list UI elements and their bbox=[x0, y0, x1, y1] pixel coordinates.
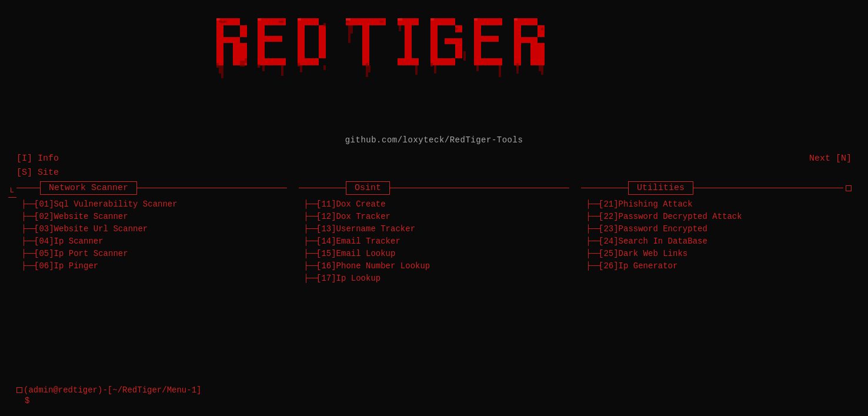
menu-item-23[interactable]: ├──[23] Password Encrypted bbox=[586, 224, 852, 234]
svg-rect-41 bbox=[481, 36, 499, 42]
item-number: [12] bbox=[316, 212, 336, 221]
item-label: Search In DataBase bbox=[619, 237, 707, 246]
menu-item-22[interactable]: ├──[22] Password Decrypted Attack bbox=[586, 212, 852, 221]
svg-rect-37 bbox=[430, 63, 433, 66]
menu-item-13[interactable]: ├──[13] Username Tracker bbox=[303, 224, 569, 234]
svg-rect-64 bbox=[476, 65, 479, 71]
item-label: Sql Vulnerability Scanner bbox=[54, 199, 178, 209]
svg-rect-21 bbox=[298, 63, 300, 66]
item-number: [06] bbox=[34, 261, 54, 271]
svg-rect-74 bbox=[430, 18, 434, 21]
svg-rect-60 bbox=[399, 25, 401, 31]
svg-rect-67 bbox=[539, 65, 541, 71]
svg-rect-43 bbox=[514, 18, 521, 65]
menu-item-14[interactable]: ├──[14] Email Tracker bbox=[303, 237, 569, 246]
panels-container: └ Network Scanner ├──[01] Sql Vulnerabil… bbox=[16, 181, 852, 283]
menu-item-24[interactable]: ├──[24] Search In DataBase bbox=[586, 237, 852, 246]
github-link: github.com/loxyteck/RedTiger-Tools bbox=[0, 135, 868, 145]
svg-rect-22 bbox=[323, 23, 326, 26]
item-label: Email Tracker bbox=[336, 237, 400, 246]
svg-rect-23 bbox=[346, 18, 386, 25]
menu-item-21[interactable]: ├──[21] Phishing Attack bbox=[586, 199, 852, 209]
svg-rect-58 bbox=[366, 65, 368, 77]
nav-info[interactable]: [I] Info bbox=[16, 152, 59, 166]
svg-rect-13 bbox=[265, 36, 282, 42]
panel2-items: ├──[11] Dox Create├──[12] Dox Tracker├──… bbox=[299, 199, 569, 283]
panel-osint: Osint ├──[11] Dox Create├──[12] Dox Trac… bbox=[299, 181, 581, 283]
item-number: [01] bbox=[34, 199, 54, 209]
item-label: Password Encrypted bbox=[619, 224, 707, 234]
menu-item-03[interactable]: ├──[03] Website Url Scanner bbox=[21, 224, 287, 234]
panel1-header: Network Scanner bbox=[16, 181, 287, 195]
svg-rect-7 bbox=[223, 21, 227, 23]
menu-item-02[interactable]: ├──[02] Website Scanner bbox=[21, 212, 287, 221]
svg-rect-35 bbox=[455, 44, 462, 58]
svg-rect-20 bbox=[305, 58, 319, 65]
panel2-title: Osint bbox=[346, 181, 390, 195]
svg-rect-53 bbox=[281, 65, 283, 76]
menu-item-01[interactable]: ├──[01] Sql Vulnerability Scanner bbox=[21, 199, 287, 209]
svg-rect-47 bbox=[530, 43, 545, 65]
svg-rect-75 bbox=[474, 18, 478, 21]
menu-item-15[interactable]: ├──[15] Email Lookup bbox=[303, 249, 569, 258]
terminal-dollar-line: $ bbox=[25, 396, 201, 405]
item-label: Ip Lookup bbox=[336, 274, 381, 283]
menu-item-26[interactable]: ├──[26] Ip Generator bbox=[586, 261, 852, 271]
menu-item-05[interactable]: ├──[05] Ip Port Scanner bbox=[21, 249, 287, 258]
svg-rect-50 bbox=[219, 65, 221, 74]
nav-next[interactable]: Next [N] bbox=[809, 152, 852, 180]
menu-item-16[interactable]: ├──[16] Phone Number Lookup bbox=[303, 261, 569, 271]
corner-box bbox=[846, 185, 852, 191]
hline3-left bbox=[581, 188, 628, 188]
svg-rect-56 bbox=[348, 25, 350, 43]
nav-site[interactable]: [S] Site bbox=[16, 166, 59, 180]
svg-rect-46 bbox=[521, 37, 538, 43]
svg-rect-59 bbox=[368, 65, 370, 72]
svg-rect-72 bbox=[346, 18, 350, 21]
item-number: [05] bbox=[34, 249, 54, 258]
item-label: Email Lookup bbox=[336, 249, 396, 258]
item-number: [23] bbox=[599, 224, 619, 234]
item-number: [25] bbox=[599, 249, 619, 258]
panel-utilities: Utilities ├──[21] Phishing Attack├──[22]… bbox=[581, 181, 852, 283]
term-corner-box bbox=[16, 387, 22, 393]
item-number: [26] bbox=[599, 261, 619, 271]
svg-rect-32 bbox=[438, 18, 455, 25]
svg-rect-14 bbox=[265, 58, 286, 65]
nav-left: [I] Info [S] Site bbox=[16, 152, 59, 180]
hline1 bbox=[16, 188, 40, 188]
svg-rect-4 bbox=[223, 37, 240, 43]
left-border-lines: └ bbox=[8, 181, 16, 198]
menu-item-11[interactable]: ├──[11] Dox Create bbox=[303, 199, 569, 209]
svg-rect-16 bbox=[279, 21, 283, 23]
logo-area bbox=[0, 0, 868, 135]
item-number: [17] bbox=[316, 274, 336, 283]
svg-rect-36 bbox=[438, 58, 455, 65]
svg-rect-52 bbox=[262, 65, 265, 71]
item-label: Ip Generator bbox=[619, 261, 678, 271]
svg-rect-19 bbox=[319, 25, 326, 58]
svg-rect-18 bbox=[305, 18, 319, 25]
menu-item-04[interactable]: ├──[04] Ip Scanner bbox=[21, 237, 287, 246]
menu-item-12[interactable]: ├──[12] Dox Tracker bbox=[303, 212, 569, 221]
item-number: [11] bbox=[316, 199, 336, 209]
panel1-title: Network Scanner bbox=[40, 181, 137, 195]
panel1-items: ├──[01] Sql Vulnerability Scanner├──[02]… bbox=[16, 199, 287, 271]
svg-rect-69 bbox=[216, 18, 220, 21]
item-number: [16] bbox=[316, 261, 336, 271]
item-label: Dark Web Links bbox=[619, 249, 688, 258]
terminal-dollar[interactable]: $ bbox=[25, 396, 29, 405]
svg-rect-1 bbox=[216, 18, 223, 65]
menu-item-17[interactable]: ├──[17] Ip Lookup bbox=[303, 274, 569, 283]
panel3-header: Utilities bbox=[581, 181, 852, 195]
menu-item-25[interactable]: ├──[25] Dark Web Links bbox=[586, 249, 852, 258]
svg-rect-54 bbox=[300, 65, 302, 72]
terminal-prompt-line: (admin@redtiger)-[~/RedTiger/Menu-1] bbox=[16, 385, 201, 395]
item-label: Ip Port Scanner bbox=[54, 249, 128, 258]
svg-rect-42 bbox=[481, 58, 502, 65]
item-label: Password Decrypted Attack bbox=[619, 212, 742, 221]
menu-item-06[interactable]: ├──[06] Ip Pinger bbox=[21, 261, 287, 271]
terminal-area: (admin@redtiger)-[~/RedTiger/Menu-1] $ bbox=[16, 385, 201, 405]
svg-rect-31 bbox=[430, 18, 438, 65]
item-label: Ip Pinger bbox=[54, 261, 99, 271]
